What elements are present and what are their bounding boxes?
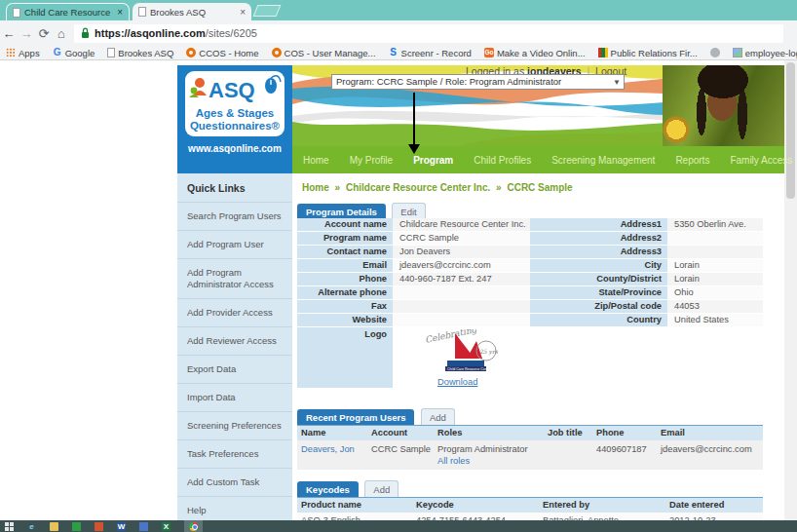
close-icon[interactable]: × bbox=[117, 7, 123, 18]
field-label: Fax bbox=[297, 300, 393, 313]
asq-logo: ASQ Ages & Stages Questionnaires® bbox=[185, 71, 285, 136]
word-icon[interactable]: W bbox=[117, 522, 126, 531]
breadcrumb-account[interactable]: Childcare Resource Center Inc. bbox=[346, 182, 490, 193]
sidebar-item-add-program-user[interactable]: Add Program User bbox=[177, 231, 292, 259]
program-logo-cell: Celebrating 25 yrs Child Care Resource C… bbox=[393, 327, 530, 388]
sidebar-item-add-provider-access[interactable]: Add Provider Access bbox=[177, 299, 292, 327]
chart-icon bbox=[598, 48, 608, 57]
bookmark-employee-login[interactable]: employee-login bbox=[733, 48, 797, 58]
bookmark-screenr[interactable]: SScreenr - Record bbox=[389, 48, 472, 58]
orange-app-icon[interactable] bbox=[95, 522, 103, 531]
sidebar-item-search-program-users[interactable]: Search Program Users bbox=[177, 203, 292, 231]
nav-family-access[interactable]: Family Access bbox=[730, 155, 792, 166]
column-header: Email bbox=[657, 425, 763, 440]
go-icon: Go bbox=[484, 48, 494, 57]
nav-screening-management[interactable]: Screening Management bbox=[551, 155, 655, 166]
sidebar-item-add-program-admin-access[interactable]: Add Program Administrator Access bbox=[177, 259, 292, 299]
field-label: Phone bbox=[297, 273, 393, 285]
excel-icon[interactable]: X bbox=[162, 522, 171, 531]
browser-toolbar: ← → ⟳ ⌂ https://asqonline.com/sites/6205 bbox=[0, 20, 797, 46]
annotation-arrow bbox=[407, 93, 420, 154]
sidebar-item-add-reviewer-access[interactable]: Add Reviewer Access bbox=[177, 327, 292, 356]
bookmark-badge[interactable] bbox=[710, 48, 720, 57]
scrollbar[interactable] bbox=[784, 60, 797, 520]
all-roles-link[interactable]: All roles bbox=[437, 456, 470, 466]
field-value bbox=[393, 286, 530, 299]
user-name-link[interactable]: Deavers, Jon bbox=[297, 440, 367, 470]
lock-icon bbox=[81, 27, 90, 39]
field-label: County/District bbox=[530, 273, 667, 285]
nav-program[interactable]: Program bbox=[413, 155, 453, 166]
keycode-product-link[interactable]: ASQ-3 English bbox=[297, 513, 412, 520]
recent-users-table: Name Account Roles Job title Phone Email… bbox=[297, 425, 763, 470]
column-header: Name bbox=[297, 425, 367, 440]
svg-text:ASQ: ASQ bbox=[209, 78, 255, 102]
breadcrumb: Home » Childcare Resource Center Inc. » … bbox=[302, 182, 576, 193]
field-label: Address3 bbox=[530, 246, 667, 258]
asq-brand-panel: ASQ Ages & Stages Questionnaires® www.as… bbox=[177, 65, 292, 173]
browser-tab-inactive[interactable]: Child Care Resource Cente × bbox=[6, 3, 130, 20]
download-link[interactable]: Download bbox=[437, 377, 530, 387]
blue-app-icon[interactable] bbox=[139, 522, 148, 531]
sidebar-item-import-data[interactable]: Import Data bbox=[177, 384, 292, 412]
column-header: Keycode bbox=[412, 497, 539, 513]
chrome-taskbar-button[interactable] bbox=[184, 520, 203, 532]
keycode-entered-by: Battaglieri, Annette bbox=[539, 513, 665, 520]
sidebar-item-add-custom-task[interactable]: Add Custom Task bbox=[177, 469, 292, 497]
program-role-select[interactable]: Program: CCRC Sample / Role: Program Adm… bbox=[331, 74, 625, 90]
bookmark-cos-user-manage[interactable]: COS - User Manage... bbox=[272, 48, 376, 58]
browser-tab-active[interactable]: Brookes ASQ × bbox=[133, 3, 251, 20]
tab-title: Child Care Resource Cente bbox=[24, 7, 113, 18]
nav-child-profiles[interactable]: Child Profiles bbox=[474, 155, 531, 166]
close-icon[interactable]: × bbox=[240, 7, 246, 18]
field-value: 44053 bbox=[667, 300, 763, 313]
forward-icon[interactable]: → bbox=[18, 26, 35, 41]
field-label: State/Province bbox=[530, 286, 667, 299]
sidebar-item-screening-preferences[interactable]: Screening Preferences bbox=[177, 412, 292, 440]
program-logo-icon: Celebrating 25 yrs Child Care Resource C… bbox=[418, 329, 506, 372]
new-tab-button[interactable] bbox=[253, 5, 282, 17]
nav-home[interactable]: Home bbox=[303, 155, 329, 166]
sidebar-item-task-preferences[interactable]: Task Preferences bbox=[177, 440, 292, 469]
bookmark-public-relations[interactable]: Public Relations Fir... bbox=[598, 48, 698, 58]
bookmark-make-video[interactable]: GoMake a Video Onlin... bbox=[484, 48, 586, 58]
scrollbar-thumb[interactable] bbox=[786, 62, 795, 199]
nav-my-profile[interactable]: My Profile bbox=[350, 155, 393, 166]
address-bar[interactable]: https://asqonline.com/sites/6205 bbox=[74, 24, 783, 43]
screenr-icon: S bbox=[389, 48, 398, 57]
field-value: CCRC Sample bbox=[393, 232, 530, 245]
keycode-value: 4254-7155-6443-4254 bbox=[412, 513, 539, 520]
field-value: Jon Deavers bbox=[393, 246, 530, 258]
tab-title: Brookes ASQ bbox=[150, 7, 236, 18]
field-label: Address1 bbox=[530, 218, 667, 231]
browser-tab-strip: Child Care Resource Cente × Brookes ASQ … bbox=[0, 0, 797, 20]
green-app-icon[interactable] bbox=[72, 522, 81, 531]
bookmark-brookes-asq[interactable]: Brookes ASQ bbox=[107, 48, 173, 58]
field-value: United States bbox=[667, 314, 763, 326]
internet-explorer-icon[interactable]: e bbox=[27, 522, 36, 531]
file-explorer-icon[interactable] bbox=[50, 522, 58, 531]
column-header: Product name bbox=[297, 497, 412, 513]
keycode-date: 2012-10-23 bbox=[665, 513, 763, 520]
back-icon[interactable]: ← bbox=[0, 26, 18, 41]
home-icon[interactable]: ⌂ bbox=[53, 26, 70, 41]
page-icon bbox=[107, 48, 115, 57]
breadcrumb-home[interactable]: Home bbox=[302, 182, 329, 193]
main-content: Home » Childcare Resource Center Inc. » … bbox=[292, 173, 784, 520]
main-navigation: Home My Profile Program Child Profiles S… bbox=[292, 146, 784, 173]
bookmark-google[interactable]: GGoogle bbox=[53, 48, 95, 58]
reload-icon[interactable]: ⟳ bbox=[35, 26, 53, 41]
windows-start-icon[interactable] bbox=[5, 522, 14, 531]
field-value bbox=[667, 232, 763, 245]
field-value: 440-960-7187 Ext. 247 bbox=[393, 273, 530, 285]
bookmark-ccos-home[interactable]: CCOS - Home bbox=[186, 48, 258, 58]
sidebar-item-export-data[interactable]: Export Data bbox=[177, 356, 292, 384]
brand-url[interactable]: www.asqonline.com bbox=[177, 143, 292, 154]
chevron-down-icon: ▼ bbox=[613, 76, 621, 90]
column-header: Entered by bbox=[539, 497, 665, 513]
nav-reports[interactable]: Reports bbox=[675, 155, 709, 166]
quick-links-title: Quick Links bbox=[177, 173, 292, 203]
bookmark-apps[interactable]: Apps bbox=[6, 48, 40, 58]
column-header: Date entered bbox=[665, 497, 763, 513]
recent-users-tabs: Recent Program Users Add bbox=[297, 407, 455, 427]
